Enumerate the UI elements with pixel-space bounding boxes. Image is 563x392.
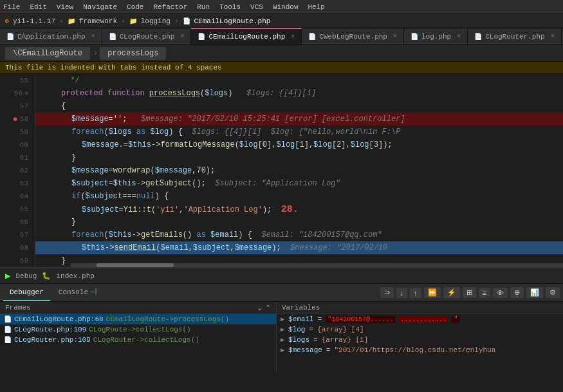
menu-edit[interactable]: Edit: [30, 3, 46, 11]
var-value-logs: {array} [1]: [322, 336, 369, 344]
scrollbar-thumb[interactable]: [97, 263, 174, 267]
menu-view[interactable]: View: [57, 3, 73, 11]
tab-close-capplication[interactable]: ×: [91, 33, 95, 40]
breadcrumb-method[interactable]: processLogs: [100, 47, 166, 60]
breadcrumb-file[interactable]: CEmailLogRoute.php: [194, 17, 271, 25]
tab-cweblogroute[interactable]: 📄 CWebLogRoute.php ×: [302, 28, 404, 44]
debug-btn-run-cursor[interactable]: ⏩: [424, 287, 441, 298]
horizontal-scrollbar[interactable]: [71, 263, 563, 267]
frame-method-2: CLogRoute->collectLogs(): [89, 326, 190, 333]
frame-method-3: CLogRouter->collectLogs(): [93, 336, 199, 344]
var-value-email: "184200157@......: [326, 316, 395, 323]
line-numbers: 55 56 ○ 57 ● 58 59 60 61 62: [0, 74, 35, 267]
debug-btn-settings[interactable]: ⚙: [546, 287, 560, 298]
tab-clogrouter[interactable]: 📄 CLogRouter.php ×: [468, 28, 561, 44]
breadcrumb-framework[interactable]: framework: [79, 17, 117, 25]
file-icon-tab4: 📄: [308, 33, 316, 41]
tab-cemaillogroute[interactable]: 📄 CEmailLogRoute.php ×: [191, 28, 302, 44]
menu-bar: File Edit View Navigate Code Refactor Ru…: [0, 0, 563, 14]
tab-capplication[interactable]: 📄 CApplication.php ×: [0, 28, 102, 44]
frame-icon-2: 📄: [4, 326, 12, 333]
gutter-64: 64: [0, 190, 31, 203]
debug-panel: ▶ Debug 🐛 index.php Debugger Console →| …: [0, 267, 563, 373]
menu-vcs[interactable]: VCS: [250, 3, 263, 11]
tab-clogroute[interactable]: 📄 CLogRoute.php ×: [102, 28, 192, 44]
breadcrumb-class[interactable]: \CEmailLogRoute: [5, 47, 90, 60]
tab-close-cemaillogroute[interactable]: ×: [291, 33, 295, 41]
gutter-65: 65: [0, 203, 31, 216]
debug-btn-watches[interactable]: 👁: [493, 288, 508, 298]
tab-debugger[interactable]: Debugger: [3, 284, 50, 301]
debug-btn-step-over[interactable]: ⇒: [380, 287, 394, 298]
file-icon: 📄: [183, 17, 190, 25]
info-bar: This file is indented with tabs instead …: [0, 62, 563, 74]
gutter-60: 60: [0, 138, 31, 151]
menu-navigate[interactable]: Navigate: [83, 3, 117, 11]
variables-title: Variables: [277, 302, 563, 314]
code-line-56: protected function processLogs($logs) $l…: [35, 87, 563, 100]
debug-header: ▶ Debug 🐛 index.php: [0, 268, 563, 284]
debug-tabs-bar: Debugger Console →| ⇒ ↓ ↑ ⏩ ⚡ ⊞ ≡ 👁 ⊕ 📊 …: [0, 284, 563, 302]
var-name-log: $log: [288, 326, 305, 333]
gutter-66: 66: [0, 216, 31, 229]
frames-expand-btn[interactable]: ⌃: [265, 304, 271, 312]
debug-btn-eval[interactable]: ⚡: [443, 287, 460, 298]
debug-btn-memory[interactable]: 📊: [526, 287, 543, 298]
breadcrumb-logging[interactable]: logging: [141, 17, 171, 25]
tab-close-cweblogroute[interactable]: ×: [393, 33, 397, 40]
var-value-message: "2017/01/https://blog.csdu.net/enlyhua: [334, 346, 495, 354]
debug-index-file: index.php: [56, 272, 94, 280]
frame-row-3[interactable]: 📄 CLogRouter.php:109 CLogRouter->collect…: [0, 335, 276, 345]
breakpoint-58[interactable]: ●: [12, 114, 17, 124]
gutter-68: 68: [0, 241, 31, 254]
fold-icon-56[interactable]: ○: [24, 90, 28, 97]
frames-collapse-btn[interactable]: ⌄: [257, 304, 263, 312]
frame-row-1[interactable]: 📄 CEmailLogRoute.php:68 CEmailLogRoute->…: [0, 314, 276, 324]
code-line-58: $message=''; $message: "2017/02/10 15:25…: [35, 113, 563, 126]
menu-help[interactable]: Help: [308, 3, 325, 11]
tab-log[interactable]: 📄 log.php ×: [404, 28, 468, 44]
menu-window[interactable]: Window: [273, 3, 299, 11]
var-expand-email[interactable]: ▶: [281, 315, 284, 323]
debug-btn-threads[interactable]: ⊕: [510, 287, 524, 298]
var-expand-logs[interactable]: ▶: [281, 336, 284, 344]
tab-console[interactable]: Console →|: [52, 284, 104, 301]
var-value-log: {array} [4]: [317, 326, 364, 333]
debug-btn-step-out[interactable]: ↑: [410, 288, 421, 298]
file-icon-tab3: 📄: [198, 33, 205, 41]
console-arrow-icon: →|: [90, 288, 98, 295]
gutter-55: 55: [0, 74, 31, 87]
menu-refactor[interactable]: Refactor: [153, 3, 187, 11]
menu-file[interactable]: File: [3, 3, 20, 11]
frame-row-2[interactable]: 📄 CLogRoute.php:109 CLogRoute->collectLo…: [0, 324, 276, 335]
menu-run[interactable]: Run: [197, 3, 210, 11]
tab-close-clogrouter[interactable]: ×: [551, 33, 555, 40]
debug-title: Debug: [15, 272, 37, 280]
tab-close-log[interactable]: ×: [457, 33, 461, 40]
frame-icon-3: 📄: [4, 336, 12, 344]
gutter-59: 59: [0, 126, 31, 138]
frames-title: Frames ⌃ ⌄: [0, 302, 276, 314]
debug-btn-step-into[interactable]: ↓: [396, 288, 408, 298]
folder-icon2: 📁: [129, 17, 137, 25]
code-content[interactable]: */ protected function processLogs($logs)…: [35, 74, 563, 267]
frames-label: Frames: [5, 304, 31, 312]
code-line-64: if($subject===null) {: [35, 190, 563, 203]
gutter-56: 56 ○: [0, 87, 31, 100]
title-bar: ⚙ yii-1.1.17 › 📁 framework › 📁 logging ›…: [0, 14, 563, 28]
var-expand-log[interactable]: ▶: [281, 326, 284, 333]
frame-file-3: CLogRouter.php:109: [14, 336, 91, 344]
debug-btn-vars[interactable]: ≡: [479, 288, 490, 298]
menu-tools[interactable]: Tools: [219, 3, 241, 11]
var-row-log: ▶ $log = {array} [4]: [277, 324, 563, 335]
code-line-66: }: [35, 216, 563, 229]
tab-close-clogroute[interactable]: ×: [180, 33, 184, 40]
debug-variables-panel: Variables ▶ $email = "184200157@........…: [277, 302, 563, 373]
code-line-68: $this->sendEmail($email,$subject,$messag…: [35, 241, 563, 254]
var-expand-message[interactable]: ▶: [281, 346, 284, 354]
file-icon-tab2: 📄: [109, 33, 116, 41]
file-icon-tab: 📄: [6, 33, 14, 41]
debug-btn-frames[interactable]: ⊞: [463, 287, 476, 298]
var-name-message: $message: [288, 346, 322, 354]
menu-code[interactable]: Code: [127, 3, 143, 11]
